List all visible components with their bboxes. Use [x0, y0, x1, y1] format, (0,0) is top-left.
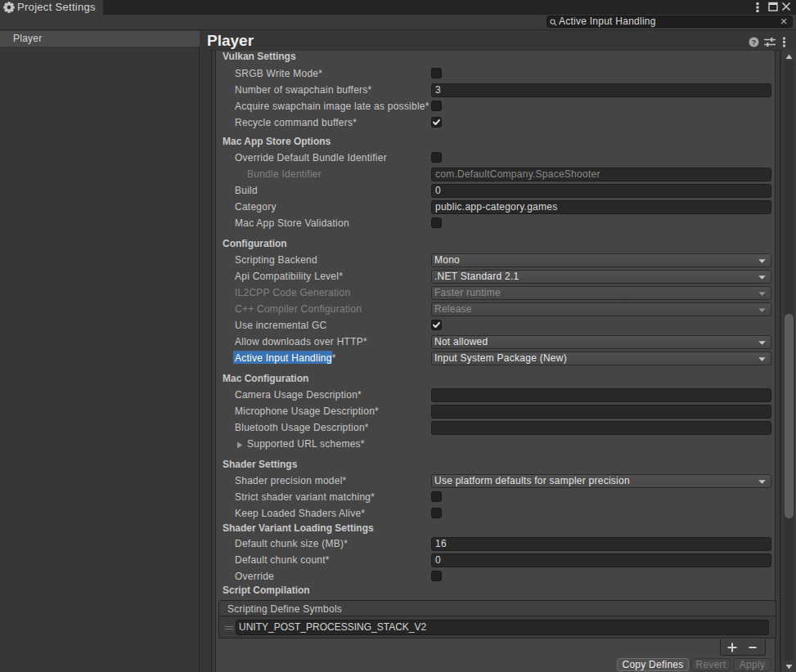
svg-text:?: ?	[752, 38, 757, 47]
